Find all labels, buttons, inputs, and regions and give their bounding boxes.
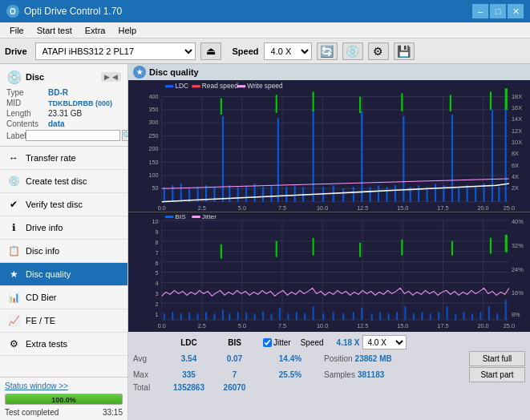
close-button[interactable]: ✕ [508,4,524,18]
menu-extra[interactable]: Extra [79,24,112,37]
speed-select-stats[interactable]: 4.0 X 8.0 X [362,335,407,349]
settings-button[interactable]: ⚙ [368,42,389,60]
start-full-button[interactable]: Start full [469,351,525,366]
nav-disc-quality[interactable]: ★ Disc quality [0,263,127,286]
media-button[interactable]: 💿 [342,42,363,60]
svg-rect-91 [359,96,361,112]
svg-rect-195 [505,235,508,252]
nav-drive-info[interactable]: ℹ Drive info [0,216,127,240]
svg-text:18X: 18X [512,93,522,100]
svg-text:32%: 32% [512,243,524,249]
nav-disc-info[interactable]: 📋 Disc info [0,240,127,263]
bis-header: BIS [212,338,257,347]
status-window-button[interactable]: Status window >> [5,382,68,390]
minimize-button[interactable]: – [472,4,488,18]
drive-bar: Drive ATAPI iHBS312 2 PL17 ⏏ Speed 4.0 X… [0,38,530,64]
svg-text:16%: 16% [512,290,524,297]
svg-rect-165 [313,306,314,320]
app-icon: O [6,5,19,18]
create-test-disc-icon: 💿 [6,174,21,188]
nav-extra-tests[interactable]: ⚙ Extra tests [0,333,127,356]
nav-verify-test-disc[interactable]: ✔ Verify test disc [0,193,127,216]
avg-ldc: 3.54 [167,354,211,363]
svg-rect-178 [430,313,431,320]
svg-rect-155 [229,313,230,320]
svg-text:2.5: 2.5 [198,204,206,212]
svg-text:200: 200 [148,145,158,152]
svg-text:15.0: 15.0 [397,323,408,329]
svg-text:50: 50 [152,184,158,192]
nav-cd-bier[interactable]: 📊 CD Bier [0,286,127,309]
chart1-container: 400 350 300 250 200 150 100 50 18X 16X 1… [128,80,530,212]
svg-rect-69 [361,111,362,202]
svg-rect-188 [220,244,222,259]
refresh-button[interactable]: 🔄 [317,42,338,60]
svg-rect-67 [342,188,344,201]
svg-rect-94 [490,91,492,110]
svg-text:14X: 14X [512,115,522,123]
position-val: 23862 MB [355,354,392,363]
total-bis: 26070 [212,383,257,392]
speed-select[interactable]: 4.0 X 8.0 X 16.0 X [264,42,312,60]
svg-text:16X: 16X [512,104,522,111]
eject-button[interactable]: ⏏ [200,42,221,60]
svg-rect-158 [254,313,256,320]
svg-rect-56 [245,185,247,201]
svg-text:10: 10 [152,219,158,225]
nav-fe-te[interactable]: 📈 FE / TE [0,309,127,333]
svg-rect-193 [451,241,453,256]
samples-val: 381183 [358,370,384,379]
svg-text:150: 150 [148,159,158,166]
svg-text:1: 1 [156,312,159,318]
jitter-label: Jitter [273,338,291,347]
svg-rect-186 [496,313,498,320]
menu-start-test[interactable]: Start test [30,24,79,37]
svg-rect-177 [421,312,423,320]
svg-rect-168 [342,313,344,320]
total-ldc: 1352863 [167,383,211,392]
svg-rect-179 [438,312,439,320]
svg-text:15.0: 15.0 [397,204,408,212]
svg-rect-73 [394,185,396,201]
svg-rect-151 [197,313,199,320]
nav-transfer-rate[interactable]: ↔ Transfer rate [0,147,127,170]
svg-text:100: 100 [148,172,158,179]
nav-cd-bier-label: CD Bier [26,293,57,302]
sidebar-bottom: Status window >> 100.0% Test completed 3… [0,377,127,420]
svg-rect-159 [262,312,264,320]
speed-label: Speed [233,46,259,56]
svg-rect-87 [505,99,507,202]
disc-panel-header: 💿 Disc ▶ ◀ [6,69,121,85]
svg-rect-68 [353,187,354,201]
position-label: Position [324,354,353,363]
save-button[interactable]: 💾 [394,42,415,60]
window-controls: – □ ✕ [472,4,524,18]
svg-rect-59 [270,185,272,201]
svg-rect-152 [205,312,207,320]
disc-length-value: 23.31 GB [48,109,82,118]
svg-rect-64 [313,110,314,202]
svg-rect-190 [313,238,314,256]
svg-rect-74 [403,116,404,202]
start-part-button[interactable]: Start part [469,367,525,382]
svg-rect-171 [371,313,373,320]
svg-rect-182 [463,312,465,320]
svg-text:7.5: 7.5 [278,323,286,329]
svg-rect-196 [165,216,173,218]
label-input[interactable] [26,130,120,141]
svg-rect-98 [192,85,200,87]
menu-file[interactable]: File [3,24,30,37]
max-ldc: 335 [167,370,211,379]
nav-create-test-disc[interactable]: 💿 Create test disc [0,170,127,193]
drive-select[interactable]: ATAPI iHBS312 2 PL17 [35,42,196,60]
maximize-button[interactable]: □ [490,4,506,18]
chart-panel-header: ★ Disc quality [128,64,530,80]
menu-bar: File Start test Extra Help [0,22,530,38]
menu-help[interactable]: Help [111,24,143,37]
avg-label: Avg [133,354,165,363]
svg-rect-53 [222,116,224,202]
jitter-checkbox[interactable] [263,338,272,347]
svg-text:5: 5 [156,271,159,277]
verify-test-disc-icon: ✔ [6,197,21,212]
disc-type-badge: ▶ ◀ [101,72,121,82]
